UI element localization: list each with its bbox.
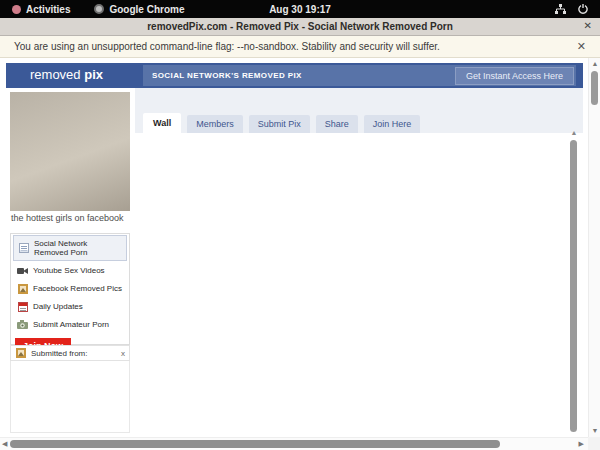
submitted-from-label: Submitted from: [31,349,87,358]
sidebar-menu: Social Network Removed Porn Youtube Sex … [10,233,130,345]
window-close-icon[interactable]: ✕ [584,20,592,31]
page-scrollbar-thumb[interactable] [591,71,598,105]
banner-title: SOCIAL NETWORK'S REMOVED PIX [143,71,302,80]
tab-strip: Wall Members Submit Pix Share Join Here [135,88,583,133]
infobar-close-icon[interactable]: ✕ [577,40,600,53]
submitted-close-icon[interactable]: x [121,349,125,358]
note-icon [18,243,29,254]
get-access-button[interactable]: Get Instant Access Here [455,67,574,85]
sidebar-item-label: Youtube Sex Videos [33,266,105,275]
page-vertical-scrollbar[interactable]: ▲ ▼ [588,58,600,437]
scroll-right-icon[interactable]: ▶ [579,440,584,448]
content-scrollbar-thumb[interactable] [570,140,577,432]
horizontal-scrollbar[interactable]: ◀ ▶ [0,437,588,450]
tab-join-here[interactable]: Join Here [364,115,421,133]
logo-text: removed [30,67,84,82]
sandbox-warning-infobar: You are using an unsupported command-lin… [0,36,600,58]
system-tray [555,4,600,14]
sidebar-item-facebook-removed-pics[interactable]: Facebook Removed Pics [13,280,127,297]
tab-submit-pix[interactable]: Submit Pix [249,115,310,133]
screen: Activities Google Chrome Aug 30 19:17 re… [0,0,600,450]
sidebar-item-label: Submit Amateur Porn [33,320,109,329]
sidebar-item-social-network-removed-porn[interactable]: Social Network Removed Porn [13,235,127,261]
infobar-message: You are using an unsupported command-lin… [0,41,440,52]
header-banner-bar: SOCIAL NETWORK'S REMOVED PIX Get Instant… [143,65,576,86]
tab-members[interactable]: Members [187,115,243,133]
camera-icon [17,319,28,330]
site-logo[interactable]: removed pix [30,67,103,82]
photo-icon [17,283,28,294]
tab-share[interactable]: Share [316,115,358,133]
window-title: removedPix.com - Removed Pix - Social Ne… [0,21,600,32]
content-vertical-scrollbar[interactable]: ▲ [569,129,579,434]
network-icon[interactable] [555,4,566,14]
scroll-down-icon[interactable]: ▼ [589,427,600,434]
scrollbar-corner [588,437,600,450]
profile-photo[interactable] [10,92,130,211]
sidebar-item-label: Social Network Removed Porn [34,239,122,257]
sidebar-item-youtube-sex-videos[interactable]: Youtube Sex Videos [13,262,127,279]
scroll-left-icon[interactable]: ◀ [2,440,7,448]
calendar-icon [17,301,28,312]
clock[interactable]: Aug 30 19:17 [0,4,600,15]
tab-wall[interactable]: Wall [143,113,181,133]
sidebar-item-label: Daily Updates [33,302,83,311]
system-top-bar: Activities Google Chrome Aug 30 19:17 [0,0,600,18]
tabs: Wall Members Submit Pix Share Join Here [143,113,420,133]
scroll-up-icon[interactable]: ▲ [589,60,600,67]
video-icon [17,265,28,276]
sidebar-empty-panel [10,361,130,433]
scroll-up-icon[interactable]: ▲ [569,129,579,136]
site-header: removed pix SOCIAL NETWORK'S REMOVED PIX… [6,63,583,88]
photo-caption: the hottest girls on facebook [11,213,124,223]
power-icon[interactable] [578,4,588,14]
submitted-from-row: Submitted from: x [10,345,130,361]
browser-title-bar[interactable]: removedPix.com - Removed Pix - Social Ne… [0,18,600,36]
logo-text-bold: pix [84,67,103,82]
sidebar-item-label: Facebook Removed Pics [33,284,122,293]
sidebar-item-submit-amateur-porn[interactable]: Submit Amateur Porn [13,316,127,333]
horizontal-scrollbar-thumb[interactable] [10,440,500,448]
sidebar-item-daily-updates[interactable]: Daily Updates [13,298,127,315]
submitted-photo-icon [15,348,26,359]
